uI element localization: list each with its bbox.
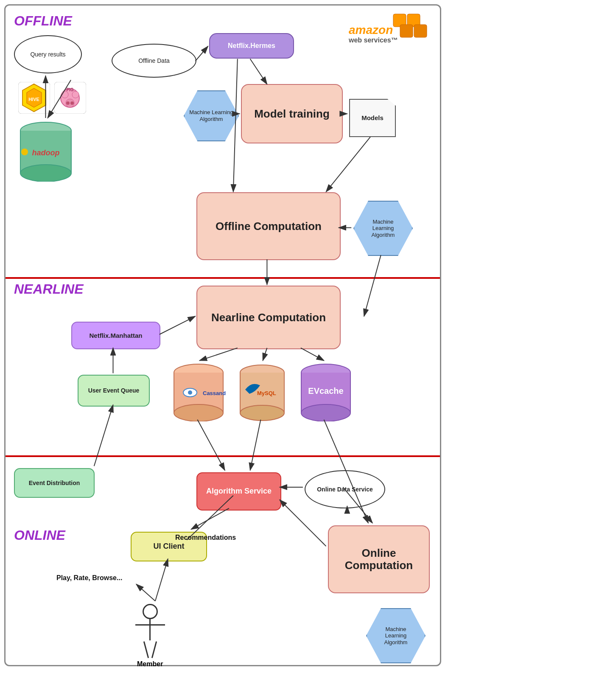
nearline-computation-node: Nearline Computation [196, 286, 341, 349]
play-rate-label: Play, Rate, Browse... [56, 574, 122, 581]
pig-logo: PIG [54, 82, 86, 115]
svg-point-16 [72, 91, 79, 98]
ml-algo-2-node: MachineLearningAlgorithm [353, 201, 413, 256]
query-results-node: Query results [14, 35, 82, 73]
ml-algo-2-label: MachineLearningAlgorithm [367, 210, 399, 247]
svg-line-49 [250, 59, 267, 84]
svg-point-15 [62, 91, 68, 98]
models-node: Models [349, 99, 396, 137]
online-computation-label: Online Computation [329, 547, 429, 571]
svg-line-73 [155, 559, 168, 601]
algorithm-service-label: Algorithm Service [206, 487, 272, 496]
svg-line-57 [199, 348, 237, 361]
svg-text:hadoop: hadoop [32, 149, 60, 157]
online-computation-node: Online Computation [328, 525, 430, 593]
member-label: Member [137, 660, 163, 668]
ml-algo-3-label: MachineLearningAlgorithm [380, 617, 412, 654]
svg-point-31 [188, 390, 192, 395]
svg-line-63 [197, 420, 225, 470]
label-offline: OFFLINE [14, 13, 72, 29]
offline-data-node: Offline Data [112, 44, 196, 78]
svg-line-53 [326, 137, 370, 192]
user-event-queue-label: User Event Queue [88, 387, 140, 394]
svg-text:EVcache: EVcache [308, 386, 343, 396]
svg-line-48 [195, 46, 208, 61]
svg-line-56 [364, 255, 381, 316]
hive-logo: HIVE [18, 82, 50, 115]
user-event-queue-node: User Event Queue [78, 375, 150, 407]
ml-algo-1-label: Machine Learning Algorithm [185, 101, 238, 131]
hadoop-node: hadoop [16, 118, 76, 182]
svg-rect-2 [400, 25, 413, 37]
svg-text:web services™: web services™ [348, 36, 398, 44]
label-nearline: NEARLINE [14, 281, 84, 297]
svg-text:MySQL: MySQL [257, 390, 276, 396]
svg-line-50 [233, 59, 238, 192]
model-training-node: Model training [241, 84, 343, 143]
svg-line-58 [263, 348, 267, 361]
nearline-computation-label: Nearline Computation [211, 311, 326, 324]
svg-point-14 [70, 101, 74, 105]
play-rate-browse: Play, Rate, Browse... [56, 574, 122, 582]
svg-point-13 [66, 101, 70, 105]
model-training-label: Model training [254, 108, 330, 120]
netflix-hermes-node: Netflix.Hermes [209, 33, 294, 59]
svg-line-64 [250, 420, 261, 470]
svg-line-72 [136, 584, 155, 601]
stick-head [143, 604, 158, 619]
svg-line-68 [191, 508, 229, 530]
svg-rect-3 [414, 25, 427, 37]
ui-client-label: UI Client [153, 542, 184, 551]
member-figure: Member [137, 604, 163, 668]
online-data-service-label: Online Data Service [317, 486, 373, 493]
svg-line-60 [160, 316, 196, 334]
svg-point-35 [240, 405, 284, 421]
cassandra-node: Cassandra [171, 362, 226, 421]
query-results-label: Query results [30, 51, 65, 58]
ml-algo-3-node: MachineLearningAlgorithm [366, 608, 426, 663]
offline-data-label: Offline Data [138, 57, 170, 65]
offline-computation-node: Offline Computation [196, 192, 341, 260]
ml-algo-1-node: Machine Learning Algorithm [184, 90, 239, 141]
recommendations-label: Recommendations [175, 534, 236, 541]
models-label: Models [361, 114, 384, 122]
netflix-manhattan-node: Netflix.Manhattan [71, 322, 160, 349]
evcache-node: EVcache [298, 362, 353, 421]
svg-point-27 [174, 404, 223, 421]
online-data-service-node: Online Data Service [305, 470, 385, 508]
netflix-manhattan-label: Netflix.Manhattan [89, 332, 142, 340]
svg-text:Cassandra: Cassandra [203, 390, 226, 396]
netflix-hermes-label: Netflix.Hermes [228, 42, 275, 50]
svg-point-41 [301, 404, 350, 421]
svg-line-59 [301, 348, 324, 361]
svg-text:PIG: PIG [66, 87, 73, 92]
svg-point-20 [20, 165, 71, 182]
svg-point-24 [21, 149, 28, 155]
divider-offline-nearline [6, 277, 440, 279]
svg-text:amazon: amazon [349, 23, 393, 36]
svg-line-69 [280, 500, 326, 546]
event-distribution-node: Event Distribution [14, 468, 95, 498]
amazon-logo: amazon web services™ [347, 12, 431, 50]
offline-computation-label: Offline Computation [216, 220, 322, 233]
divider-nearline-online [6, 455, 440, 457]
svg-text:HIVE: HIVE [28, 97, 39, 102]
algorithm-service-node: Algorithm Service [196, 472, 281, 511]
mysql-node: MySQL [237, 362, 288, 421]
recommendations: Recommendations [175, 534, 236, 542]
main-diagram: OFFLINE NEARLINE ONLINE amazon web servi… [4, 4, 441, 666]
label-online: ONLINE [14, 527, 65, 543]
event-distribution-label: Event Distribution [29, 480, 80, 487]
